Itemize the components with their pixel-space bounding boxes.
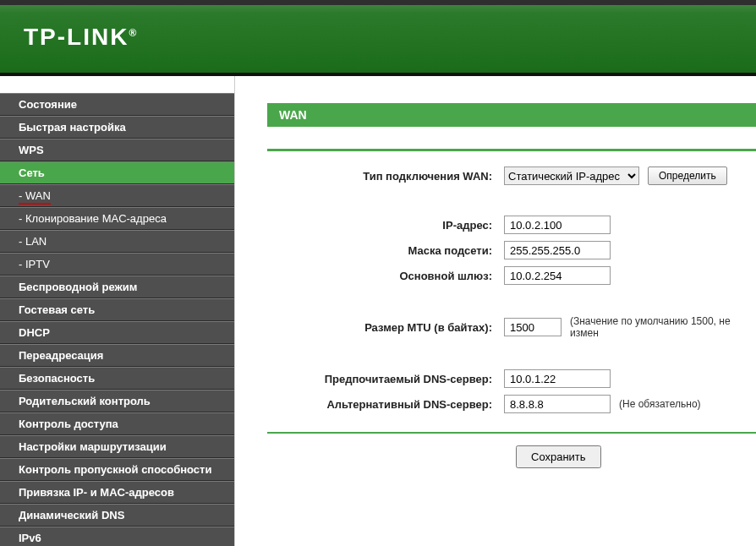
nav-item-1[interactable]: Быстрая настройка	[0, 116, 234, 139]
save-button[interactable]: Сохранить	[516, 445, 601, 468]
row-gw: Основной шлюз:	[267, 266, 756, 285]
ip-input[interactable]	[504, 216, 611, 234]
label-mtu: Размер MTU (в байтах):	[267, 321, 504, 334]
brand-logo: TP-LINK®	[0, 5, 756, 51]
row-mtu: Размер MTU (в байтах): (Значение по умол…	[267, 315, 756, 339]
gw-input[interactable]	[504, 266, 611, 285]
label-wan-type: Тип подключения WAN:	[267, 170, 504, 183]
nav-item-5[interactable]: - Клонирование MAC-адреса	[0, 207, 234, 230]
label-mask: Маска подсети:	[267, 244, 504, 257]
row-ip: IP-адрес:	[267, 216, 756, 234]
nav-item-3[interactable]: Сеть	[0, 161, 234, 184]
nav-item-9[interactable]: Гостевая сеть	[0, 298, 234, 321]
nav-item-14[interactable]: Контроль доступа	[0, 412, 234, 435]
header: TP-LINK®	[0, 0, 756, 76]
dns2-input[interactable]	[504, 395, 611, 413]
nav-item-7[interactable]: - IPTV	[0, 253, 234, 276]
nav-item-4[interactable]: - WAN	[0, 184, 234, 207]
nav-item-6[interactable]: - LAN	[0, 230, 234, 253]
nav-item-label-4: - WAN	[19, 189, 51, 205]
sidebar: СостояниеБыстрая настройкаWPSСеть- WAN- …	[0, 76, 235, 546]
nav-item-17[interactable]: Привязка IP- и MAC-адресов	[0, 481, 234, 504]
nav-item-0[interactable]: Состояние	[0, 93, 234, 116]
nav-item-10[interactable]: DHCP	[0, 321, 234, 344]
mask-input[interactable]	[504, 241, 611, 259]
row-dns1: Предпочитаемый DNS-сервер:	[267, 369, 756, 388]
label-dns2: Альтернативный DNS-сервер:	[267, 398, 504, 411]
label-ip: IP-адрес:	[267, 219, 504, 232]
nav-list: СостояниеБыстрая настройкаWPSСеть- WAN- …	[0, 93, 234, 546]
detect-button[interactable]: Определить	[648, 167, 727, 185]
nav-item-12[interactable]: Безопасность	[0, 367, 234, 390]
dns2-note: (Не обязательно)	[619, 398, 701, 410]
wan-type-select[interactable]: Статический IP-адрес	[504, 167, 639, 185]
mtu-input[interactable]	[504, 318, 562, 336]
nav-item-19[interactable]: IPv6	[0, 527, 234, 546]
mtu-note: (Значение по умолчанию 1500, не измен	[570, 315, 756, 339]
label-dns1: Предпочитаемый DNS-сервер:	[267, 373, 504, 385]
row-mask: Маска подсети:	[267, 241, 756, 259]
row-dns2: Альтернативный DNS-сервер: (Не обязатель…	[267, 395, 756, 413]
nav-item-11[interactable]: Переадресация	[0, 344, 234, 367]
label-gw: Основной шлюз:	[267, 270, 504, 282]
content-area: WAN Тип подключения WAN: Статический IP-…	[235, 76, 756, 546]
nav-item-2[interactable]: WPS	[0, 139, 234, 161]
nav-item-15[interactable]: Настройки маршрутизации	[0, 435, 234, 458]
nav-item-13[interactable]: Родительский контроль	[0, 390, 234, 412]
nav-item-18[interactable]: Динамический DNS	[0, 504, 234, 527]
dns1-input[interactable]	[504, 369, 611, 388]
row-wan-type: Тип подключения WAN: Статический IP-адре…	[267, 167, 756, 185]
page-title: WAN	[267, 103, 756, 127]
nav-item-8[interactable]: Беспроводной режим	[0, 276, 234, 298]
nav-item-16[interactable]: Контроль пропускной способности	[0, 458, 234, 481]
